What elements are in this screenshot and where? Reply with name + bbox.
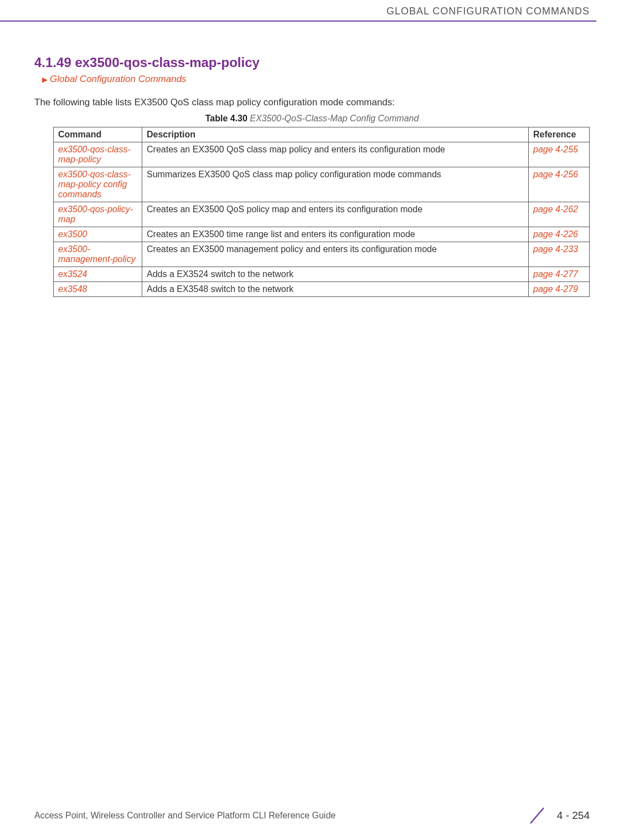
table-row: ex3500-management-policy Creates an EX35… bbox=[54, 242, 590, 267]
command-link[interactable]: ex3500-management-policy bbox=[54, 242, 142, 267]
command-link[interactable]: ex3500 bbox=[54, 227, 142, 242]
table-row: ex3500-qos-class-map-policy config comma… bbox=[54, 167, 590, 202]
table-row: ex3500-qos-policy-map Creates an EX3500 … bbox=[54, 202, 590, 227]
footer-right: 4 - 254 bbox=[527, 806, 590, 826]
table-row: ex3524 Adds a EX3524 switch to the netwo… bbox=[54, 267, 590, 282]
command-link[interactable]: ex3524 bbox=[54, 267, 142, 282]
reference-link[interactable]: page 4-262 bbox=[529, 202, 590, 227]
description-cell: Creates an EX3500 QoS class map policy a… bbox=[142, 142, 529, 167]
table-row: ex3500 Creates an EX3500 time range list… bbox=[54, 227, 590, 242]
description-cell: Summarizes EX3500 QoS class map policy c… bbox=[142, 167, 529, 202]
reference-link[interactable]: page 4-279 bbox=[529, 282, 590, 297]
reference-link[interactable]: page 4-277 bbox=[529, 267, 590, 282]
svg-line-0 bbox=[530, 808, 544, 823]
breadcrumb-arrow-icon: ▶ bbox=[42, 75, 48, 84]
footer-left-text: Access Point, Wireless Controller and Se… bbox=[34, 811, 336, 821]
reference-link[interactable]: page 4-233 bbox=[529, 242, 590, 267]
breadcrumb-text: Global Configuration Commands bbox=[50, 74, 187, 84]
th-reference: Reference bbox=[529, 127, 590, 142]
header-title: GLOBAL CONFIGURATION COMMANDS bbox=[386, 6, 590, 17]
page-footer: Access Point, Wireless Controller and Se… bbox=[0, 806, 624, 826]
page-number: 4 - 254 bbox=[557, 810, 590, 822]
table-caption-title: EX3500-QoS-Class-Map Config Command bbox=[250, 114, 419, 123]
command-link[interactable]: ex3500-qos-policy-map bbox=[54, 202, 142, 227]
table-row: ex3500-qos-class-map-policy Creates an E… bbox=[54, 142, 590, 167]
reference-link[interactable]: page 4-226 bbox=[529, 227, 590, 242]
description-cell: Adds a EX3524 switch to the network bbox=[142, 267, 529, 282]
th-command: Command bbox=[54, 127, 142, 142]
description-cell: Creates an EX3500 management policy and … bbox=[142, 242, 529, 267]
slash-icon bbox=[527, 806, 547, 826]
description-cell: Adds a EX3548 switch to the network bbox=[142, 282, 529, 297]
breadcrumb[interactable]: ▶Global Configuration Commands bbox=[42, 74, 590, 85]
description-cell: Creates an EX3500 QoS policy map and ent… bbox=[142, 202, 529, 227]
reference-link[interactable]: page 4-256 bbox=[529, 167, 590, 202]
section-heading: 4.1.49 ex3500-qos-class-map-policy bbox=[34, 55, 590, 70]
description-cell: Creates an EX3500 time range list and en… bbox=[142, 227, 529, 242]
table-caption: Table 4.30 EX3500-QoS-Class-Map Config C… bbox=[34, 114, 590, 124]
command-link[interactable]: ex3500-qos-class-map-policy config comma… bbox=[54, 167, 142, 202]
content-area: 4.1.49 ex3500-qos-class-map-policy ▶Glob… bbox=[0, 22, 624, 297]
intro-text: The following table lists EX3500 QoS cla… bbox=[34, 97, 590, 108]
table-header-row: Command Description Reference bbox=[54, 127, 590, 142]
page-header: GLOBAL CONFIGURATION COMMANDS bbox=[0, 0, 624, 21]
commands-table: Command Description Reference ex3500-qos… bbox=[53, 127, 590, 297]
table-row: ex3548 Adds a EX3548 switch to the netwo… bbox=[54, 282, 590, 297]
reference-link[interactable]: page 4-255 bbox=[529, 142, 590, 167]
command-link[interactable]: ex3500-qos-class-map-policy bbox=[54, 142, 142, 167]
th-description: Description bbox=[142, 127, 529, 142]
command-link[interactable]: ex3548 bbox=[54, 282, 142, 297]
table-caption-label: Table 4.30 bbox=[205, 114, 247, 123]
